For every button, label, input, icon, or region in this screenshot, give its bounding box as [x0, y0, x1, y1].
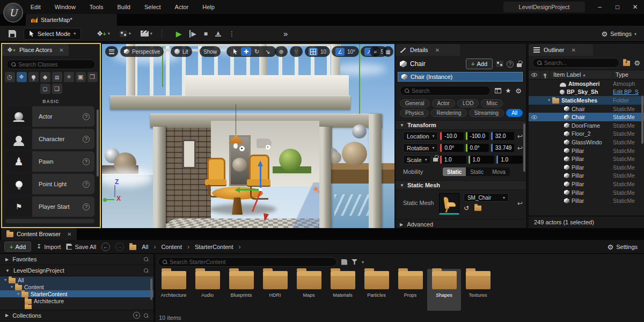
folder-tile-audio[interactable]: Audio — [191, 269, 224, 311]
pin-column[interactable] — [540, 70, 550, 79]
folder-tile-particles[interactable]: Particles — [360, 269, 393, 311]
place-item-point-light[interactable]: Point Light ? — [5, 174, 94, 194]
lit-mode-dropdown[interactable]: Lit — [171, 46, 192, 57]
outliner-search[interactable] — [532, 58, 619, 68]
category-shapes-icon[interactable]: ◆ — [40, 72, 50, 82]
chevron-down-icon[interactable]: ▾ — [548, 98, 550, 103]
transform-section-header[interactable]: ▼ Transform — [396, 120, 526, 130]
chevron-down-icon[interactable]: ▾ — [11, 284, 13, 289]
display-options-icon[interactable] — [495, 88, 501, 93]
menu-tools[interactable]: Tools — [83, 0, 111, 14]
content-browser-settings[interactable]: ⚙ Settings — [608, 240, 638, 254]
edit-blueprint-link[interactable]: Edit BP_S — [613, 89, 644, 95]
details-search[interactable] — [400, 86, 491, 96]
category-basic-icon[interactable]: ❖ — [17, 72, 27, 82]
collections-section[interactable]: ▶ Collections + — [0, 310, 153, 321]
scale-z-field[interactable]: 1.0 — [496, 156, 523, 164]
help-icon[interactable]: ? — [83, 203, 90, 210]
favorites-section[interactable]: ▶ Favorites — [0, 254, 153, 265]
favorites-star-icon[interactable]: ★ — [506, 87, 511, 94]
stop-button[interactable]: ■ — [204, 30, 208, 38]
category-test-icon[interactable]: ◻ — [40, 84, 50, 94]
tree-item-all[interactable]: ▾All — [0, 276, 153, 283]
reset-icon[interactable]: ↩ — [517, 144, 523, 152]
minimize-button[interactable]: – — [591, 0, 609, 14]
gizmo-z-axis[interactable] — [260, 163, 261, 190]
import-button[interactable]: ↧Import — [36, 243, 61, 250]
place-item-partial[interactable] — [5, 219, 94, 223]
gear-icon[interactable]: ⚙ — [634, 59, 640, 67]
toolbar-overflow-chevron[interactable]: » — [283, 29, 288, 38]
reset-icon[interactable]: ↩ — [517, 200, 523, 207]
blueprint-icon[interactable] — [496, 61, 503, 67]
folder-tile-maps[interactable]: Maps — [292, 269, 326, 311]
rotation-dropdown[interactable]: Rotation▾ — [403, 143, 438, 152]
outliner-row[interactable]: GlassWindoStaticMe — [529, 138, 644, 147]
tab-details[interactable]: Details ✕ — [396, 44, 460, 56]
world-space-toggle[interactable]: ⊕ — [275, 46, 288, 57]
filter-lod[interactable]: LOD — [457, 99, 479, 107]
outliner-row[interactable]: PillarStaticMe — [529, 155, 644, 163]
grid-snap-control[interactable]: 10 — [305, 46, 330, 57]
place-actors-search[interactable] — [6, 60, 96, 69]
play-button[interactable]: ▶ — [176, 30, 182, 38]
outliner-row[interactable]: PillarStaticMe — [529, 172, 644, 180]
outliner-row[interactable]: AtmospheriAtmosph — [529, 79, 644, 88]
search-icon[interactable] — [144, 257, 148, 261]
blueprints-dropdown[interactable]: ▾ — [115, 31, 136, 37]
location-y-field[interactable]: -100.0 — [466, 132, 489, 140]
mobility-movable[interactable]: Mova — [488, 167, 509, 176]
close-button[interactable]: ✕ — [626, 0, 644, 14]
reset-icon[interactable]: ↩ — [517, 133, 523, 140]
menu-select[interactable]: Select — [137, 0, 168, 14]
scale-tool[interactable]: ↘ — [262, 47, 273, 56]
scale-x-field[interactable]: 1.0 — [440, 156, 466, 164]
filter-all[interactable]: All — [506, 109, 523, 117]
editor-settings-dropdown[interactable]: ⚙ Settings ▾ — [602, 26, 636, 42]
outliner-row[interactable]: PillarStaticMe — [529, 163, 644, 172]
help-icon[interactable]: ? — [83, 158, 90, 165]
surface-snapping-toggle[interactable]: ∵ — [290, 46, 303, 57]
back-button[interactable]: ← — [101, 243, 110, 251]
details-search-input[interactable] — [412, 87, 486, 94]
chevron-down-icon[interactable]: ▾ — [362, 260, 364, 265]
outliner-row[interactable]: Floor_2StaticMe — [529, 130, 644, 138]
add-collection-icon[interactable]: + — [133, 312, 140, 319]
asset-search[interactable] — [158, 257, 337, 267]
type-column[interactable]: Type — [613, 71, 644, 78]
add-asset-button[interactable]: +Add — [4, 241, 31, 252]
outliner-row[interactable]: PillarStaticMe — [529, 180, 644, 188]
lock-icon[interactable] — [517, 63, 522, 67]
save-level-icon[interactable] — [9, 30, 16, 38]
tab-place-actors[interactable]: ❖+ Place Actors ✕ — [2, 44, 69, 56]
outliner-row-folder[interactable]: ▾StaticMeshesFolder — [529, 96, 644, 105]
category-cinematic-icon[interactable]: ▤ — [52, 72, 62, 82]
menu-help[interactable]: Help — [195, 0, 222, 14]
scale-dropdown[interactable]: Scale▾ — [403, 155, 431, 164]
scale-lock-icon[interactable] — [433, 158, 438, 162]
tree-item-partial[interactable] — [0, 304, 153, 309]
use-selected-asset-icon[interactable]: ↺ — [464, 204, 469, 212]
place-item-character[interactable]: Character ? — [5, 129, 94, 149]
filter-misc[interactable]: Misc — [481, 99, 503, 107]
rotation-z-field[interactable]: 33.749 — [491, 144, 514, 152]
help-icon[interactable]: ? — [83, 136, 90, 143]
folder-tile-blueprints[interactable]: Blueprints — [224, 269, 258, 311]
details-scrollbar[interactable] — [523, 123, 525, 172]
cinematics-dropdown[interactable]: ▾ — [136, 31, 157, 36]
folder-tile-textures[interactable]: Textures — [461, 269, 495, 311]
show-dropdown[interactable]: Show — [200, 46, 221, 57]
scale-y-field[interactable]: 1.0 — [469, 156, 495, 164]
folder-tile-shapes-selected[interactable]: Shapes — [427, 269, 461, 311]
location-z-field[interactable]: 32.0 — [491, 132, 514, 140]
new-folder-icon[interactable] — [623, 61, 630, 66]
rotation-x-field[interactable]: 0.0° — [440, 144, 463, 152]
tree-item-architecture[interactable]: Architecture — [0, 297, 153, 304]
folder-tile-architecture[interactable]: Architecture — [157, 269, 191, 311]
place-item-pawn[interactable]: ♟ Pawn ? — [5, 151, 94, 172]
tree-item-content[interactable]: ▾Content — [0, 283, 153, 290]
location-dropdown[interactable]: Location▾ — [403, 131, 438, 141]
maximize-button[interactable]: □ — [609, 0, 626, 14]
rotate-tool[interactable]: ↻ — [252, 47, 262, 56]
play-options-kebab[interactable]: ⋮ — [229, 30, 235, 38]
